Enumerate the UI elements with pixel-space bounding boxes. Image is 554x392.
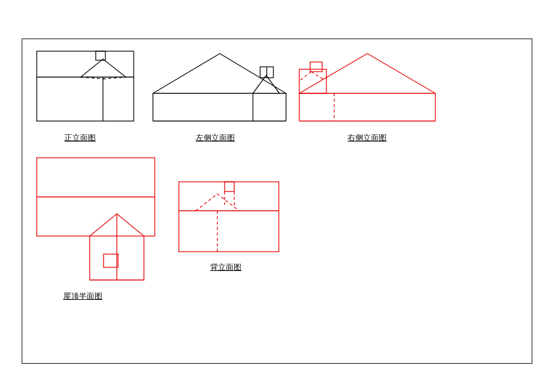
svg-rect-0 — [37, 51, 134, 121]
drawing-right-elevation — [298, 50, 437, 122]
svg-rect-19 — [104, 254, 118, 267]
roof-plan-svg — [36, 157, 156, 283]
svg-rect-5 — [96, 51, 105, 60]
right-elevation-svg — [298, 50, 437, 122]
left-elevation-svg — [152, 50, 287, 122]
svg-rect-13 — [310, 62, 322, 72]
svg-rect-23 — [225, 182, 234, 191]
drawing-left-elevation — [152, 50, 287, 122]
back-elevation-svg — [178, 181, 280, 253]
svg-line-15 — [300, 72, 311, 80]
page-frame: 正立面图 左侧立面图 — [22, 39, 532, 364]
caption-back-elevation: 背立面图 — [210, 262, 241, 273]
front-elevation-svg — [36, 50, 135, 122]
svg-line-14 — [311, 72, 325, 80]
caption-right-elevation: 右侧立面图 — [347, 132, 387, 143]
caption-left-elevation: 左侧立面图 — [196, 132, 235, 143]
svg-rect-20 — [179, 182, 279, 252]
caption-roof-plan: 屋顶半面图 — [63, 291, 102, 302]
caption-front-elevation: 正立面图 — [64, 132, 96, 143]
drawing-back-elevation — [178, 181, 280, 253]
drawing-roof-plan — [36, 157, 156, 283]
drawing-front-elevation — [36, 50, 135, 122]
